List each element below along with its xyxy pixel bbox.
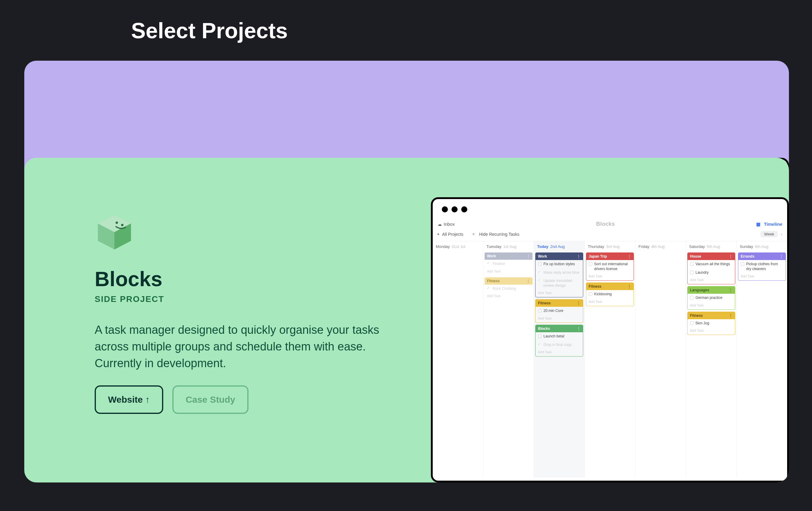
svg-point-4	[121, 224, 123, 226]
task-item[interactable]: Sort out international drivers license	[586, 260, 634, 273]
project-description: A task manager designed to quickly organ…	[95, 322, 383, 372]
project-card-blocks: Blocks SIDE PROJECT A task manager desig…	[24, 158, 789, 482]
checkbox-icon[interactable]	[690, 321, 694, 325]
task-group: Japan Trip⋮Sort out international driver…	[586, 253, 634, 281]
task-group: Fitness⋮KickboxingAdd Task	[586, 283, 634, 306]
task-item[interactable]: Update translated review design	[535, 277, 583, 290]
task-item[interactable]: 5km Jog	[688, 319, 735, 328]
checkbox-icon[interactable]	[690, 271, 694, 274]
checkbox-icon[interactable]	[487, 287, 491, 290]
task-group: Fitness⋮5km JogAdd Task	[687, 312, 735, 335]
task-group: Errands⋮Pickup clothes from dry cleaners…	[738, 253, 786, 281]
group-header[interactable]: Work⋮	[485, 253, 532, 260]
add-task-button[interactable]: Add Task	[535, 315, 583, 322]
button-row: Website ↑ Case Study	[95, 386, 249, 414]
task-group: Fitness⋮20 min CoreAdd Task	[535, 299, 583, 323]
group-header[interactable]: Fitness⋮	[586, 283, 634, 290]
range-week-pill[interactable]: Week	[760, 231, 778, 237]
checkbox-icon[interactable]	[538, 309, 542, 313]
task-group: Languages⋮German practiceAdd Task	[687, 286, 735, 310]
day-header: Thursday3rd Aug	[585, 241, 635, 253]
day-header: Sunday6th Aug	[737, 241, 787, 253]
task-item[interactable]: Launch beta!	[535, 332, 583, 341]
project-title: Blocks	[95, 267, 162, 291]
group-header[interactable]: Work⋮	[535, 253, 583, 260]
task-item[interactable]: Drop in final copy	[535, 341, 583, 349]
checkbox-icon[interactable]	[538, 334, 542, 338]
task-group: Work⋮Fix up button stylesMake reply arro…	[535, 253, 583, 297]
day-header: Tuesday1st Aug	[483, 241, 534, 253]
add-task-button[interactable]: Add Task	[586, 273, 634, 280]
add-task-button[interactable]: Add Task	[688, 302, 735, 310]
add-task-button[interactable]: Add Task	[586, 299, 634, 306]
checkbox-icon[interactable]	[487, 262, 491, 265]
day-column: Tuesday1st AugWork⋮FinaliseAdd TaskFitne…	[483, 241, 534, 478]
checkbox-icon[interactable]	[741, 262, 744, 266]
group-header[interactable]: Fitness⋮	[485, 277, 532, 285]
task-item[interactable]: Vacuum all the things	[688, 260, 735, 268]
add-task-button[interactable]: Add Task	[485, 293, 532, 300]
task-item[interactable]: Fix up button styles	[535, 260, 583, 268]
day-column: Today2nd AugWork⋮Fix up button stylesMak…	[534, 241, 585, 478]
blocks-cube-icon	[95, 212, 134, 252]
group-header[interactable]: Errands⋮	[738, 253, 786, 260]
checkbox-icon[interactable]	[690, 262, 694, 266]
toggle-hide-recurring[interactable]: Hide Recurring Tasks	[472, 232, 520, 237]
website-button[interactable]: Website ↑	[95, 386, 163, 414]
checkbox-icon[interactable]	[589, 292, 592, 296]
checkbox-icon[interactable]	[589, 262, 592, 266]
window-controls-icon	[433, 199, 787, 219]
group-header[interactable]: Languages⋮	[688, 286, 735, 294]
task-item[interactable]: Rock Climbing	[485, 285, 532, 293]
day-column: Monday31st Jul	[433, 241, 483, 478]
task-item[interactable]: 20 min Core	[535, 307, 583, 315]
filter-all-projects[interactable]: All Projects	[438, 232, 463, 237]
inbox-link[interactable]: Inbox	[438, 222, 455, 227]
task-group: Fitness⋮Rock ClimbingAdd Task	[485, 277, 532, 301]
project-subtitle: SIDE PROJECT	[95, 294, 164, 304]
task-item[interactable]: German practice	[688, 294, 735, 302]
day-header: Saturday5th Aug	[686, 241, 736, 253]
task-group: House⋮Vacuum all the thingsLaundryAdd Ta…	[687, 253, 735, 284]
task-item[interactable]: Finalise	[485, 260, 532, 268]
preview-browser-blocks: Inbox Blocks Timeline All Projects Hide …	[431, 197, 789, 482]
task-group: Work⋮FinaliseAdd Task	[485, 253, 532, 276]
task-item[interactable]: Make reply arrow blue	[535, 268, 583, 277]
day-header: Today2nd Aug	[534, 241, 584, 253]
add-task-button[interactable]: Add Task	[738, 273, 786, 280]
day-header: Friday4th Aug	[635, 241, 686, 253]
checkbox-icon[interactable]	[538, 262, 542, 266]
day-header: Monday31st Jul	[433, 241, 483, 253]
task-item[interactable]: Laundry	[688, 268, 735, 277]
add-task-button[interactable]: Add Task	[688, 328, 735, 335]
task-item[interactable]: Pickup clothes from dry cleaners	[738, 260, 786, 273]
app-title: Blocks	[596, 221, 615, 227]
group-header[interactable]: Fitness⋮	[688, 312, 735, 319]
timeline-link[interactable]: Timeline	[756, 222, 782, 227]
add-task-button[interactable]: Add Task	[535, 290, 583, 297]
calendar-grid: Monday31st JulTuesday1st AugWork⋮Finalis…	[433, 241, 787, 478]
svg-point-3	[116, 222, 118, 224]
checkbox-icon[interactable]	[690, 296, 694, 300]
task-group: Blocks⋮Launch beta!Drop in final copyAdd…	[535, 325, 583, 357]
group-header[interactable]: Blocks⋮	[535, 325, 583, 332]
checkbox-icon[interactable]	[538, 343, 542, 346]
section-title: Select Projects	[131, 18, 288, 43]
add-task-button[interactable]: Add Task	[688, 277, 735, 284]
add-task-button[interactable]: Add Task	[535, 349, 583, 356]
day-column: Sunday6th AugErrands⋮Pickup clothes from…	[737, 241, 787, 478]
chevron-left-icon[interactable]: ‹	[781, 232, 782, 237]
day-column: Thursday3rd AugJapan Trip⋮Sort out inter…	[585, 241, 635, 478]
case-study-button[interactable]: Case Study	[172, 386, 249, 414]
task-item[interactable]: Kickboxing	[586, 290, 634, 299]
day-column: Friday4th Aug	[635, 241, 686, 478]
checkbox-icon[interactable]	[538, 279, 542, 283]
group-header[interactable]: House⋮	[688, 253, 735, 260]
day-column: Saturday5th AugHouse⋮Vacuum all the thin…	[686, 241, 737, 478]
checkbox-icon[interactable]	[538, 271, 542, 274]
add-task-button[interactable]: Add Task	[485, 268, 532, 276]
group-header[interactable]: Fitness⋮	[535, 300, 583, 307]
group-header[interactable]: Japan Trip⋮	[586, 253, 634, 260]
